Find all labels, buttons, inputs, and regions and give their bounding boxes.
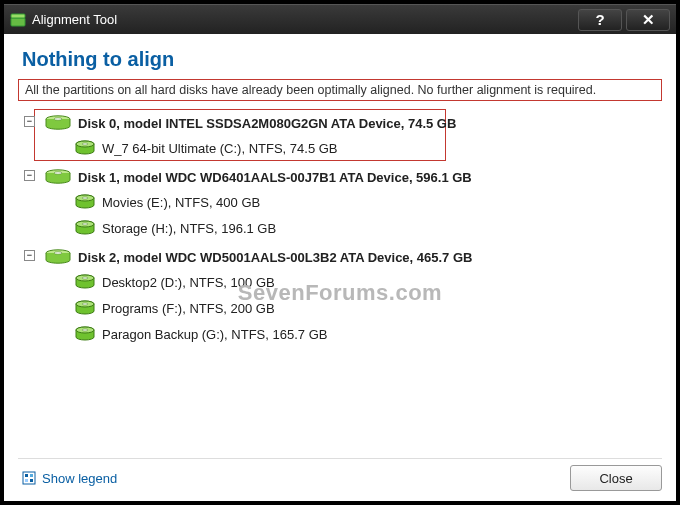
titlebar-title: Alignment Tool	[32, 12, 117, 27]
page-heading: Nothing to align	[22, 48, 662, 71]
svg-rect-0	[11, 18, 25, 26]
close-window-button[interactable]: ✕	[626, 9, 670, 31]
partition-icon	[74, 194, 96, 210]
partition-icon	[74, 326, 96, 342]
disk-group: −Disk 0, model INTEL SSDSA2M080G2GN ATA …	[20, 111, 660, 161]
partition-label: W_7 64-bit Ultimate (C:), NTFS, 74.5 GB	[102, 141, 338, 156]
tree-expander[interactable]: −	[24, 116, 35, 127]
svg-point-5	[82, 143, 88, 145]
disk-group: −Disk 1, model WDC WD6401AALS-00J7B1 ATA…	[20, 165, 660, 241]
close-button[interactable]: Close	[570, 465, 662, 491]
disk-icon	[44, 169, 72, 185]
partition-label: Storage (H:), NTFS, 196.1 GB	[102, 221, 276, 236]
svg-point-17	[82, 303, 88, 305]
disk-row[interactable]: −Disk 1, model WDC WD6401AALS-00J7B1 ATA…	[20, 165, 660, 189]
disk-label: Disk 1, model WDC WD6401AALS-00J7B1 ATA …	[78, 170, 472, 185]
status-message: All the partitions on all hard disks hav…	[18, 79, 662, 101]
svg-rect-1	[11, 14, 25, 18]
partition-row[interactable]: W_7 64-bit Ultimate (C:), NTFS, 74.5 GB	[20, 135, 660, 161]
svg-rect-21	[25, 474, 28, 477]
partition-icon	[74, 274, 96, 290]
svg-rect-20	[23, 472, 35, 484]
disk-icon	[44, 115, 72, 131]
svg-rect-24	[30, 479, 33, 482]
disk-icon	[44, 249, 72, 265]
svg-point-9	[82, 197, 88, 199]
partition-label: Paragon Backup (G:), NTFS, 165.7 GB	[102, 327, 327, 342]
disk-label: Disk 2, model WDC WD5001AALS-00L3B2 ATA …	[78, 250, 472, 265]
disk-row[interactable]: −Disk 2, model WDC WD5001AALS-00L3B2 ATA…	[20, 245, 660, 269]
disk-row[interactable]: −Disk 0, model INTEL SSDSA2M080G2GN ATA …	[20, 111, 660, 135]
svg-point-13	[54, 252, 62, 254]
partition-row[interactable]: Movies (E:), NTFS, 400 GB	[20, 189, 660, 215]
client-area: Nothing to align All the partitions on a…	[4, 34, 676, 501]
tree-expander[interactable]: −	[24, 250, 35, 261]
svg-rect-23	[25, 479, 28, 482]
app-icon	[10, 12, 26, 28]
disk-label: Disk 0, model INTEL SSDSA2M080G2GN ATA D…	[78, 116, 456, 131]
show-legend-link[interactable]: Show legend	[18, 471, 117, 486]
disk-group: −Disk 2, model WDC WD5001AALS-00L3B2 ATA…	[20, 245, 660, 347]
bottom-bar: Show legend Close	[18, 458, 662, 491]
svg-point-11	[82, 223, 88, 225]
svg-point-15	[82, 277, 88, 279]
partition-label: Movies (E:), NTFS, 400 GB	[102, 195, 260, 210]
legend-label: Show legend	[42, 471, 117, 486]
svg-point-19	[82, 329, 88, 331]
titlebar[interactable]: Alignment Tool ? ✕	[4, 4, 676, 34]
partition-row[interactable]: Desktop2 (D:), NTFS, 100 GB	[20, 269, 660, 295]
legend-icon	[22, 471, 36, 485]
window-frame: Alignment Tool ? ✕ Nothing to align All …	[0, 0, 680, 505]
partition-label: Desktop2 (D:), NTFS, 100 GB	[102, 275, 275, 290]
partition-row[interactable]: Programs (F:), NTFS, 200 GB	[20, 295, 660, 321]
svg-point-3	[54, 118, 62, 120]
partition-row[interactable]: Storage (H:), NTFS, 196.1 GB	[20, 215, 660, 241]
partition-icon	[74, 300, 96, 316]
partition-row[interactable]: Paragon Backup (G:), NTFS, 165.7 GB	[20, 321, 660, 347]
disk-tree: −Disk 0, model INTEL SSDSA2M080G2GN ATA …	[18, 107, 662, 355]
partition-icon	[74, 140, 96, 156]
svg-rect-22	[30, 474, 33, 477]
svg-point-7	[54, 172, 62, 174]
tree-expander[interactable]: −	[24, 170, 35, 181]
help-button[interactable]: ?	[578, 9, 622, 31]
partition-label: Programs (F:), NTFS, 200 GB	[102, 301, 275, 316]
partition-icon	[74, 220, 96, 236]
